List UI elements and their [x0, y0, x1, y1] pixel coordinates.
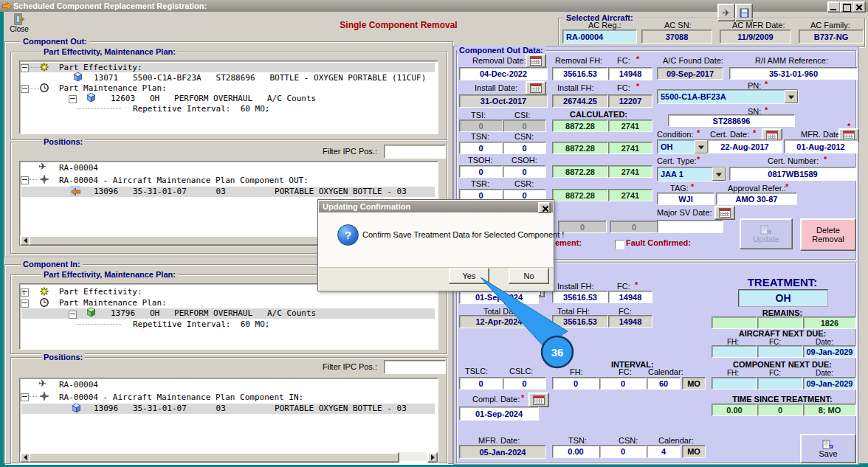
tree-row[interactable]: RA-00004 - Aircraft Maintenance Plan Com…	[59, 176, 309, 185]
mode-banner: Single Component Removal	[310, 20, 487, 30]
treatment-value-field: OH	[738, 289, 828, 307]
install-fh-field: 26744.25	[552, 94, 608, 108]
out-positions-caption: Positions:	[41, 137, 85, 146]
mfr-date-field[interactable]: 01-Aug-2012	[784, 139, 858, 153]
removal-fh-label: Removal FH:	[555, 57, 602, 65]
pn-dropdown[interactable]: 5500-C1A-BF23A	[657, 89, 799, 104]
app-icon	[2, 1, 12, 11]
tree-row[interactable]: RA-00004	[59, 163, 98, 173]
major-sv-date-field[interactable]	[657, 220, 723, 233]
calculated-fc-field: 2741	[608, 189, 652, 201]
filter-ipc-input[interactable]	[384, 145, 446, 159]
update-button[interactable]: Update	[740, 218, 793, 249]
minimize-button[interactable]	[827, 1, 841, 13]
tree-row[interactable]: 13096 35-31-01-07 03 PORTABLE OXYGEN BOT…	[94, 187, 407, 196]
restore-button[interactable]	[840, 1, 853, 13]
cert-date-field[interactable]: 22-Aug-2017	[707, 139, 782, 153]
tree-row[interactable]: 12603 OH PERFORM OVERHAUL A/C Counts	[111, 94, 316, 103]
tree-row[interactable]: Part Maintenance Plan:	[59, 298, 167, 308]
part-effectivity-gear-icon	[40, 63, 49, 72]
in-positions-caption: Positions:	[41, 353, 85, 362]
in-install-fh-field[interactable]: 35616.53	[552, 291, 608, 303]
scroll-right-button[interactable]	[427, 452, 438, 463]
close-window-button[interactable]	[852, 1, 866, 13]
condition-dropdown[interactable]: OH	[657, 139, 709, 154]
tree-row[interactable]: Part Effectivity:	[59, 287, 142, 297]
tst-fh-field: 0.00	[712, 404, 757, 416]
ac-reg-field[interactable]: RA-00004	[562, 30, 637, 44]
save-button[interactable]: Save	[800, 434, 856, 463]
fault-confirmed-label: Fault Confirmed:	[626, 239, 691, 247]
horizontal-scrollbar[interactable]	[20, 452, 436, 461]
yes-button[interactable]: Yes	[449, 268, 489, 284]
expand-icon[interactable]	[21, 300, 29, 308]
in-install-fc-field[interactable]: 14948	[608, 291, 652, 303]
tst-fc-field: 0	[757, 404, 803, 416]
tsoh-field[interactable]: 0	[459, 165, 503, 178]
chevron-down-icon[interactable]	[785, 90, 798, 103]
tree-row[interactable]: RA-00004	[59, 380, 98, 390]
ac-reg-label: AC Reg.:	[588, 21, 621, 30]
tsn-field[interactable]: 0	[459, 142, 503, 154]
tsn-label: TSN:	[471, 133, 489, 141]
expand-icon[interactable]	[69, 311, 77, 319]
tree-row[interactable]: Repetitive Interval: 60 MO;	[133, 319, 269, 329]
calculated-fh-field: 8872.28	[552, 189, 608, 201]
compl-date-field[interactable]: 01-Sep-2024	[459, 407, 539, 421]
csn-field[interactable]: 0	[503, 142, 546, 154]
major-sv-calendar-button[interactable]	[714, 206, 735, 220]
chevron-down-icon[interactable]	[712, 167, 726, 181]
required-marker: *	[635, 281, 638, 289]
close-button[interactable]: Close	[4, 13, 34, 35]
ri-amm-reference-field[interactable]: 35-31-01-960	[729, 67, 858, 80]
floppy-disk-icon	[740, 8, 749, 18]
csi-label: CSI:	[514, 111, 530, 120]
cert-type-dropdown[interactable]: JAA 1	[657, 167, 726, 181]
calculated-fc-field: 2741	[608, 165, 652, 178]
sn-field[interactable]: ST288696	[668, 114, 795, 127]
fault-confirmed-checkbox[interactable]	[615, 240, 624, 249]
calendar-label: Calendar:	[648, 368, 683, 376]
ri-amm-reference-label: R/I AMM Reference:	[755, 57, 828, 65]
tree-row[interactable]: 13796 OH PERFORM OVERHAUL A/C Counts	[111, 308, 316, 318]
filter-ipc-input[interactable]	[384, 360, 446, 374]
tree-row[interactable]: Part Effectivity:	[59, 63, 142, 72]
tag-field[interactable]: WJI	[657, 193, 714, 205]
in-calendar-field: 4	[647, 445, 681, 458]
expand-icon[interactable]	[21, 288, 29, 297]
maintenance-position-icon	[40, 175, 49, 184]
in-mfr-date-field: 05-Jan-2024	[459, 445, 546, 459]
csoh-field[interactable]: 0	[503, 165, 546, 178]
chevron-down-icon[interactable]	[695, 140, 708, 153]
removal-date-field[interactable]: 04-Dec-2022	[459, 67, 548, 80]
approval-refer-field[interactable]: AMO 30-87	[716, 193, 797, 205]
ac-family-label: AC Family:	[810, 21, 850, 30]
cert-number-label: Cert. Number:	[768, 157, 819, 165]
calculated-fc-field: 2741	[608, 120, 652, 132]
cert-number-field[interactable]: 0817WB1589	[729, 167, 856, 181]
tree-row[interactable]: Repetitive Interval: 60 MO;	[133, 104, 269, 114]
in-positions-tree[interactable]	[19, 378, 438, 463]
install-date-calendar-button[interactable]	[526, 81, 546, 95]
removal-fc-field[interactable]: 14948	[608, 67, 652, 80]
component-due-fc-field	[757, 377, 803, 390]
tree-row[interactable]: Part Maintenance Plan:	[59, 83, 167, 93]
replacement-label-fragment: ement:	[555, 239, 582, 247]
tree-row[interactable]: 13096 35-31-01-07 03 PORTABLE OXYGEN BOT…	[94, 404, 407, 413]
removal-date-calendar-button[interactable]	[526, 54, 546, 68]
fc-label: FC:	[619, 368, 632, 376]
delete-removal-button[interactable]: Delete Removal	[800, 218, 856, 251]
scrollbar-thumb[interactable]	[29, 452, 399, 463]
cslc-field[interactable]: 0	[503, 377, 546, 390]
no-button[interactable]: No	[509, 268, 549, 284]
removal-fh-field[interactable]: 35616.53	[552, 67, 608, 80]
tslc-field[interactable]: 0	[459, 377, 503, 390]
compl-date-calendar-button[interactable]	[528, 392, 549, 407]
expand-icon[interactable]	[69, 95, 77, 103]
tree-row[interactable]: RA-00004 - Aircraft Maintenance Plan Com…	[59, 392, 303, 402]
in-install-date-field[interactable]: 01-Sep-2024	[459, 291, 539, 304]
dialog-title-bar[interactable]: Updating Confirmation	[319, 201, 553, 212]
tree-row[interactable]: 13071 5500-C1A-BF23A ST288696 BOTTLE - O…	[94, 73, 426, 83]
dialog-close-button[interactable]	[538, 202, 551, 213]
scrollbar-thumb[interactable]	[29, 235, 348, 246]
